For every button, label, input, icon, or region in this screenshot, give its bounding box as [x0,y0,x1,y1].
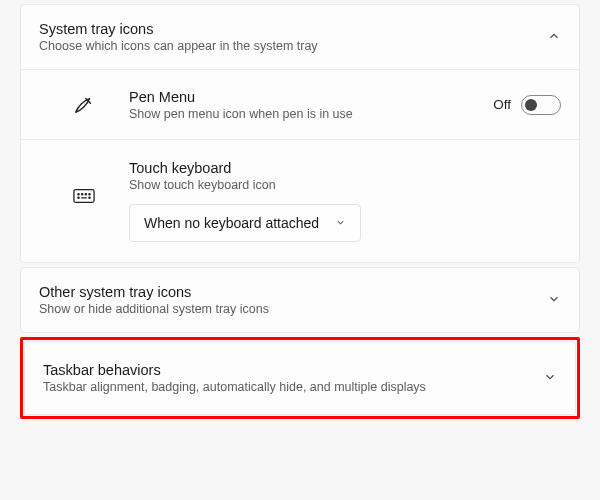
chevron-down-icon [543,370,557,387]
section-subtitle: Taskbar alignment, badging, automaticall… [43,380,543,394]
section-titles: System tray icons Choose which icons can… [39,21,547,53]
row-title: Pen Menu [129,89,493,105]
svg-point-2 [82,194,83,195]
svg-rect-0 [74,190,94,203]
keyboard-icon [39,160,129,204]
system-tray-icons-section: System tray icons Choose which icons can… [20,4,580,263]
section-titles: Other system tray icons Show or hide add… [39,284,547,316]
chevron-down-icon [335,215,346,231]
row-title: Touch keyboard [129,160,561,176]
toggle-knob [525,99,537,111]
row-body: Pen Menu Show pen menu icon when pen is … [129,89,493,121]
touch-keyboard-select[interactable]: When no keyboard attached [129,204,361,242]
other-system-tray-icons-section: Other system tray icons Show or hide add… [20,267,580,333]
pen-menu-row: Pen Menu Show pen menu icon when pen is … [21,69,579,139]
svg-point-6 [89,197,90,198]
pen-icon [39,94,129,116]
row-trailing: Off [493,95,561,115]
chevron-up-icon [547,29,561,46]
section-title: Taskbar behaviors [43,362,543,378]
svg-point-1 [78,194,79,195]
section-title: System tray icons [39,21,547,37]
section-title: Other system tray icons [39,284,547,300]
other-system-tray-icons-header[interactable]: Other system tray icons Show or hide add… [21,268,579,332]
select-value: When no keyboard attached [144,215,319,231]
toggle-state-label: Off [493,97,511,112]
svg-point-5 [78,197,79,198]
chevron-down-icon [547,292,561,309]
section-subtitle: Show or hide additional system tray icon… [39,302,547,316]
taskbar-behaviors-highlight: Taskbar behaviors Taskbar alignment, bad… [20,337,580,419]
system-tray-icons-header[interactable]: System tray icons Choose which icons can… [21,5,579,69]
taskbar-behaviors-section: Taskbar behaviors Taskbar alignment, bad… [24,341,576,415]
svg-point-4 [89,194,90,195]
taskbar-behaviors-header[interactable]: Taskbar behaviors Taskbar alignment, bad… [25,342,575,414]
touch-keyboard-row: Touch keyboard Show touch keyboard icon … [21,139,579,262]
section-titles: Taskbar behaviors Taskbar alignment, bad… [43,362,543,394]
pen-menu-toggle[interactable] [521,95,561,115]
row-subtitle: Show touch keyboard icon [129,178,561,192]
row-body: Touch keyboard Show touch keyboard icon … [129,160,561,242]
row-subtitle: Show pen menu icon when pen is in use [129,107,493,121]
section-subtitle: Choose which icons can appear in the sys… [39,39,547,53]
svg-point-3 [85,194,86,195]
